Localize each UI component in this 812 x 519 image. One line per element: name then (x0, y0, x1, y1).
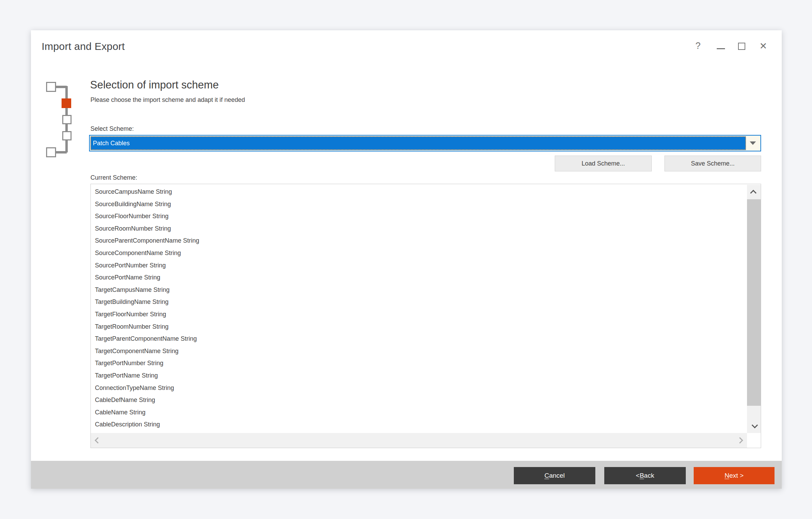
scheme-field-item[interactable]: CableName String (95, 406, 761, 419)
scheme-field-item[interactable]: ConnectionTypeName String (95, 382, 761, 394)
page-title: Selection of import scheme (90, 79, 219, 91)
scheme-field-item[interactable]: TargetComponentName String (95, 345, 761, 358)
chevron-up-icon (750, 190, 756, 196)
chevron-left-icon[interactable] (95, 437, 101, 443)
scheme-field-item[interactable]: SourceCampusName String (95, 186, 761, 198)
current-scheme-label: Current Scheme: (90, 174, 137, 181)
maximize-icon[interactable] (738, 43, 745, 50)
scheme-dropdown[interactable]: Patch Cables (89, 135, 761, 151)
page-subtitle: Please choose the import scheme and adap… (90, 96, 245, 104)
scheme-field-item[interactable]: TargetFloorNumber String (95, 308, 761, 321)
scheme-field-item[interactable]: SourcePortName String (95, 272, 761, 284)
scheme-field-item[interactable]: TargetCampusName String (95, 284, 761, 296)
vertical-scrollbar-thumb[interactable] (747, 199, 761, 406)
save-scheme-button[interactable]: Save Scheme... (664, 156, 761, 171)
scheme-field-item[interactable]: SourceFloorNumber String (95, 210, 761, 223)
scheme-dropdown-value[interactable]: Patch Cables (90, 136, 746, 150)
scheme-field-item[interactable]: SourceParentComponentName String (95, 235, 761, 247)
scheme-listbox[interactable]: SourceCampusName StringSourceBuildingNam… (90, 184, 761, 448)
scheme-field-item[interactable]: CableDescription String (95, 419, 761, 431)
chevron-right-icon[interactable] (737, 437, 743, 443)
load-scheme-button[interactable]: Load Scheme... (555, 156, 652, 171)
chevron-down-icon (750, 141, 756, 145)
scheme-field-item[interactable]: SourceComponentName String (95, 247, 761, 260)
scheme-list-items: SourceCampusName StringSourceBuildingNam… (91, 184, 761, 431)
scheme-field-item[interactable]: TargetBuildingName String (95, 296, 761, 308)
wizard-step-4 (62, 131, 72, 140)
vertical-scrollbar[interactable] (747, 185, 761, 433)
help-icon[interactable]: ? (695, 41, 701, 51)
cancel-button[interactable]: Cancel (514, 467, 595, 484)
horizontal-scrollbar[interactable] (91, 433, 747, 448)
wizard-step-5 (46, 147, 56, 157)
scheme-field-item[interactable]: CableDefName String (95, 394, 761, 406)
scheme-field-item[interactable]: TargetPortNumber String (95, 357, 761, 370)
scheme-field-item[interactable]: SourceBuildingName String (95, 198, 761, 211)
desktop-background: { "window": { "title": "Import and Expor… (0, 0, 812, 519)
scheme-field-item[interactable]: TargetParentComponentName String (95, 333, 761, 345)
vertical-scrollbar-track[interactable] (747, 406, 761, 419)
wizard-connector-bottom (55, 151, 67, 153)
wizard-step-3 (62, 115, 72, 124)
chevron-down-scroll-icon (751, 422, 758, 428)
next-button[interactable]: Next > (694, 467, 775, 484)
scroll-up-button[interactable] (747, 185, 761, 199)
back-button[interactable]: < Back (604, 467, 686, 484)
scheme-field-item[interactable]: TargetRoomNumber String (95, 321, 761, 333)
wizard-step-1 (46, 82, 56, 92)
dropdown-arrow-button[interactable] (746, 136, 760, 150)
dialog-title: Import and Export (42, 41, 125, 52)
scheme-field-item[interactable]: TargetPortName String (95, 370, 761, 382)
wizard-connector-top (55, 86, 67, 88)
close-icon[interactable]: ✕ (759, 41, 767, 52)
wizard-step-2 (62, 98, 71, 108)
scheme-field-item[interactable]: SourceRoomNumber String (95, 223, 761, 235)
minimize-icon[interactable] (717, 48, 725, 49)
scroll-down-button[interactable] (747, 419, 761, 433)
scheme-field-item[interactable]: SourcePortNumber String (95, 260, 761, 272)
select-scheme-label: Select Scheme: (90, 125, 134, 133)
